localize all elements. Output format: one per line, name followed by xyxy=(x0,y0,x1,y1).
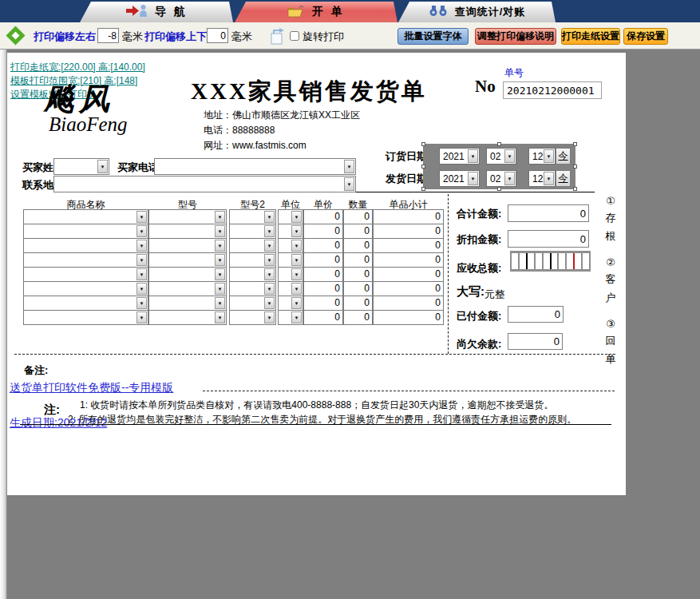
paper-feed-button[interactable]: 打印走纸设置 xyxy=(561,28,620,45)
unit-combo[interactable]: ▼ xyxy=(278,252,303,268)
model2-combo[interactable]: ▼ xyxy=(229,310,276,325)
order-year-select[interactable]: 2021▼ xyxy=(439,148,480,165)
model2-combo[interactable]: ▼ xyxy=(229,267,276,282)
chevron-down-icon[interactable]: ▼ xyxy=(136,211,147,223)
subtotal-cell[interactable]: 0 xyxy=(373,310,444,325)
chevron-down-icon[interactable]: ▼ xyxy=(504,149,515,163)
model-combo[interactable]: ▼ xyxy=(148,281,227,296)
model-combo[interactable]: ▼ xyxy=(148,224,227,239)
paper-size-link[interactable]: 打印走纸宽:[220.00] 高:[140.00] xyxy=(10,61,145,74)
chevron-down-icon[interactable]: ▼ xyxy=(264,240,275,252)
chevron-down-icon[interactable]: ▼ xyxy=(215,240,225,252)
chevron-down-icon[interactable]: ▼ xyxy=(136,311,147,323)
tab-query-stats[interactable]: 查询统计/对账 xyxy=(398,2,556,22)
subtotal-cell[interactable]: 0 xyxy=(373,224,444,239)
ship-year-select[interactable]: 2021▼ xyxy=(439,170,480,187)
buyer-name-combo[interactable]: ▼ xyxy=(53,158,109,175)
batch-font-button[interactable]: 批量设置字体 xyxy=(397,28,469,45)
qty-cell[interactable]: 0 xyxy=(343,252,373,268)
chevron-down-icon[interactable]: ▼ xyxy=(264,283,275,295)
chevron-down-icon[interactable]: ▼ xyxy=(136,283,147,295)
order-month-select[interactable]: 02▼ xyxy=(486,148,516,165)
chevron-down-icon[interactable]: ▼ xyxy=(291,297,302,309)
rotate-print-checkbox[interactable] xyxy=(290,31,299,41)
qty-cell[interactable]: 0 xyxy=(343,281,373,296)
unit-combo[interactable]: ▼ xyxy=(278,296,303,311)
model2-combo[interactable]: ▼ xyxy=(229,209,276,224)
chevron-down-icon[interactable]: ▼ xyxy=(264,297,275,309)
product-combo[interactable]: ▼ xyxy=(23,238,148,253)
offset-tb-input[interactable] xyxy=(207,28,228,43)
chevron-down-icon[interactable]: ▼ xyxy=(291,283,302,295)
order-today-button[interactable]: 今 xyxy=(556,148,571,165)
selection-handle[interactable] xyxy=(573,187,577,191)
chevron-down-icon[interactable]: ▼ xyxy=(215,268,225,280)
model2-combo[interactable]: ▼ xyxy=(229,238,276,253)
unit-combo[interactable]: ▼ xyxy=(278,224,303,239)
chevron-down-icon[interactable]: ▼ xyxy=(291,254,302,266)
model2-combo[interactable]: ▼ xyxy=(229,296,276,311)
subtotal-cell[interactable]: 0 xyxy=(373,267,444,282)
model2-combo[interactable]: ▼ xyxy=(229,252,276,268)
selection-handle[interactable] xyxy=(421,187,425,191)
product-combo[interactable]: ▼ xyxy=(23,252,148,268)
balance-input[interactable] xyxy=(508,333,563,350)
chevron-down-icon[interactable]: ▼ xyxy=(544,172,554,185)
price-cell[interactable]: 0 xyxy=(303,310,343,325)
chevron-down-icon[interactable]: ▼ xyxy=(264,254,275,266)
chevron-down-icon[interactable]: ▼ xyxy=(215,225,225,237)
chevron-down-icon[interactable]: ▼ xyxy=(468,149,478,163)
product-combo[interactable]: ▼ xyxy=(23,209,148,224)
chevron-down-icon[interactable]: ▼ xyxy=(291,225,302,237)
adjust-offset-button[interactable]: 调整打印偏移说明 xyxy=(475,28,556,45)
chevron-down-icon[interactable]: ▼ xyxy=(291,211,302,223)
ship-day-select[interactable]: 12▼ xyxy=(528,170,556,187)
selection-handle[interactable] xyxy=(497,142,501,146)
chevron-down-icon[interactable]: ▼ xyxy=(291,268,302,280)
subtotal-cell[interactable]: 0 xyxy=(373,252,444,268)
price-cell[interactable]: 0 xyxy=(303,281,343,296)
tab-create-order[interactable]: 开 单 xyxy=(235,2,397,22)
chevron-down-icon[interactable]: ▼ xyxy=(264,211,275,223)
price-cell[interactable]: 0 xyxy=(303,238,343,253)
total-input[interactable] xyxy=(508,204,589,222)
qty-cell[interactable]: 0 xyxy=(343,224,373,239)
model2-combo[interactable]: ▼ xyxy=(229,224,276,239)
chevron-down-icon[interactable]: ▼ xyxy=(264,225,275,237)
chevron-down-icon[interactable]: ▼ xyxy=(504,172,515,185)
selection-handle[interactable] xyxy=(421,142,425,146)
price-cell[interactable]: 0 xyxy=(303,252,343,268)
model-combo[interactable]: ▼ xyxy=(148,209,227,224)
qty-cell[interactable]: 0 xyxy=(343,310,373,325)
model-combo[interactable]: ▼ xyxy=(148,238,227,253)
qty-cell[interactable]: 0 xyxy=(343,238,373,253)
buyer-phone-combo[interactable]: ▼ xyxy=(154,158,356,175)
selection-handle[interactable] xyxy=(497,187,501,191)
chevron-down-icon[interactable]: ▼ xyxy=(264,311,275,323)
qty-cell[interactable]: 0 xyxy=(343,209,373,224)
chevron-down-icon[interactable]: ▼ xyxy=(136,240,147,252)
chevron-down-icon[interactable]: ▼ xyxy=(344,160,354,173)
chevron-down-icon[interactable]: ▼ xyxy=(215,283,225,295)
subtotal-cell[interactable]: 0 xyxy=(373,296,444,311)
chevron-down-icon[interactable]: ▼ xyxy=(136,254,147,266)
chevron-down-icon[interactable]: ▼ xyxy=(97,160,108,173)
chevron-down-icon[interactable]: ▼ xyxy=(544,149,554,163)
tab-navigation[interactable]: 导 航 xyxy=(80,2,233,22)
order-no-input[interactable] xyxy=(503,81,602,99)
model-combo[interactable]: ▼ xyxy=(148,296,227,311)
model-combo[interactable]: ▼ xyxy=(148,252,227,268)
product-combo[interactable]: ▼ xyxy=(23,224,148,239)
selection-handle[interactable] xyxy=(421,165,425,169)
chevron-down-icon[interactable]: ▼ xyxy=(264,268,275,280)
chevron-down-icon[interactable]: ▼ xyxy=(136,225,147,237)
model-combo[interactable]: ▼ xyxy=(148,267,227,282)
subtotal-cell[interactable]: 0 xyxy=(373,238,444,253)
chevron-down-icon[interactable]: ▼ xyxy=(291,311,302,323)
ship-today-button[interactable]: 今 xyxy=(556,170,571,187)
unit-combo[interactable]: ▼ xyxy=(278,238,303,253)
save-settings-button[interactable]: 保存设置 xyxy=(623,28,668,45)
model2-combo[interactable]: ▼ xyxy=(229,281,276,296)
chevron-down-icon[interactable]: ▼ xyxy=(215,297,225,309)
product-combo[interactable]: ▼ xyxy=(23,267,148,282)
